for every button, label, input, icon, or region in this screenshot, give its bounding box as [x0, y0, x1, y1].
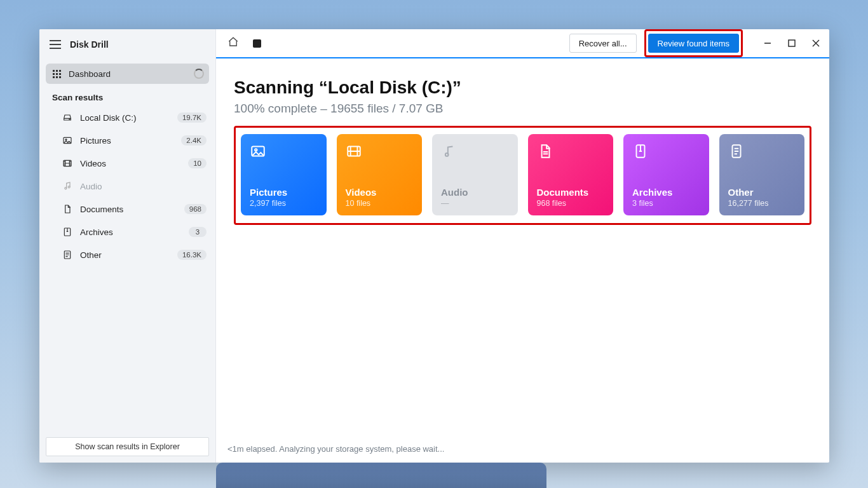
- card-audio[interactable]: Audio—: [432, 134, 518, 215]
- card-label: Videos: [346, 187, 414, 198]
- sidebar-item-pictures[interactable]: Pictures2.4K: [46, 129, 209, 152]
- page-subtitle: 100% complete – 19655 files / 7.07 GB: [234, 102, 811, 116]
- card-subtitle: 968 files: [537, 199, 605, 208]
- video-icon: [62, 158, 72, 168]
- other-icon: [728, 143, 745, 159]
- sidebar: Disk Drill Dashboard Scan results Local …: [39, 29, 216, 463]
- sidebar-item-label: Documents: [80, 205, 123, 214]
- main-panel: Recover all... Review found items Scanni…: [216, 29, 829, 463]
- sidebar-item-label: Audio: [80, 182, 102, 191]
- sidebar-item-other[interactable]: Other16.3K: [46, 243, 209, 266]
- review-found-items-button[interactable]: Review found items: [648, 34, 739, 53]
- sidebar-item-label: Local Disk (C:): [80, 113, 137, 123]
- section-title: Scan results: [39, 84, 215, 106]
- disk-icon: [62, 112, 72, 123]
- sidebar-item-label: Other: [80, 250, 102, 260]
- window-controls: [762, 37, 822, 49]
- count-badge: 19.7K: [177, 112, 207, 123]
- svg-point-5: [68, 186, 70, 188]
- maximize-icon[interactable]: [786, 37, 797, 49]
- card-subtitle: 2,397 files: [250, 199, 318, 208]
- svg-point-10: [255, 149, 257, 151]
- nav-section: Dashboard: [39, 60, 215, 84]
- card-documents[interactable]: Documents968 files: [528, 134, 614, 215]
- archive-icon: [62, 227, 72, 237]
- card-subtitle: 3 files: [632, 199, 700, 208]
- loading-spinner-icon: [194, 69, 204, 79]
- svg-point-2: [65, 139, 67, 140]
- content: Scanning “Local Disk (C:)” 100% complete…: [216, 58, 829, 225]
- home-icon[interactable]: [227, 36, 239, 50]
- count-badge: 3: [189, 227, 207, 237]
- sidebar-item-label: Videos: [80, 159, 106, 168]
- count-badge: 968: [184, 204, 207, 214]
- sidebar-item-videos[interactable]: Videos10: [46, 152, 209, 175]
- taskbar-hint: [216, 463, 546, 488]
- other-icon: [62, 250, 72, 260]
- topbar-left: [227, 36, 261, 50]
- doc-icon: [537, 143, 553, 159]
- dashboard-icon: [52, 69, 61, 78]
- card-archives[interactable]: Archives3 files: [623, 134, 709, 215]
- sidebar-footer: Show scan results in Explorer: [39, 431, 215, 463]
- archive-icon: [632, 143, 649, 159]
- recover-all-button[interactable]: Recover all...: [569, 34, 637, 53]
- app-title: Disk Drill: [70, 39, 109, 50]
- card-videos[interactable]: Videos10 files: [337, 134, 423, 215]
- sidebar-item-label: Pictures: [80, 136, 111, 146]
- count-badge: 2.4K: [181, 135, 207, 146]
- card-label: Archives: [632, 187, 700, 198]
- image-icon: [62, 135, 72, 146]
- audio-icon: [441, 143, 458, 159]
- stop-icon[interactable]: [253, 39, 261, 48]
- doc-icon: [62, 204, 72, 214]
- card-pictures[interactable]: Pictures2,397 files: [241, 134, 327, 215]
- card-other[interactable]: Other16,277 files: [719, 134, 805, 215]
- card-label: Other: [728, 187, 796, 198]
- menu-icon[interactable]: [50, 40, 61, 49]
- sidebar-header: Disk Drill: [39, 29, 215, 60]
- image-icon: [250, 143, 266, 159]
- svg-rect-8: [789, 40, 795, 46]
- card-label: Pictures: [250, 187, 318, 198]
- show-in-explorer-button[interactable]: Show scan results in Explorer: [46, 437, 209, 456]
- sidebar-item-documents[interactable]: Documents968: [46, 198, 209, 220]
- close-icon[interactable]: [810, 37, 822, 49]
- app-window: Disk Drill Dashboard Scan results Local …: [39, 29, 829, 463]
- minimize-icon[interactable]: [762, 37, 773, 49]
- highlight-review-button: Review found items: [644, 29, 743, 57]
- card-subtitle: 10 files: [346, 199, 414, 208]
- sidebar-item-audio[interactable]: Audio: [46, 175, 209, 198]
- count-badge: 16.3K: [177, 250, 207, 260]
- count-badge: 10: [188, 158, 207, 168]
- scan-results-list: Local Disk (C:)19.7KPictures2.4KVideos10…: [39, 106, 215, 266]
- svg-point-4: [65, 187, 67, 189]
- card-label: Documents: [537, 187, 605, 198]
- sidebar-item-dashboard[interactable]: Dashboard: [46, 64, 209, 84]
- sidebar-item-local-disk-c-[interactable]: Local Disk (C:)19.7K: [46, 106, 209, 129]
- card-subtitle: 16,277 files: [728, 199, 796, 208]
- category-cards-highlight: Pictures2,397 filesVideos10 filesAudio—D…: [234, 126, 811, 225]
- card-label: Audio: [441, 187, 509, 198]
- card-subtitle: —: [441, 199, 509, 208]
- audio-icon: [62, 181, 72, 191]
- sidebar-item-archives[interactable]: Archives3: [46, 220, 209, 243]
- topbar: Recover all... Review found items: [216, 29, 829, 58]
- sidebar-item-label: Archives: [80, 227, 113, 237]
- svg-point-0: [69, 119, 70, 119]
- status-bar: <1m elapsed. Analyzing your storage syst…: [216, 435, 829, 463]
- page-title: Scanning “Local Disk (C:)”: [234, 78, 811, 98]
- sidebar-item-label: Dashboard: [69, 69, 111, 79]
- topbar-right: Recover all... Review found items: [569, 29, 822, 57]
- video-icon: [346, 143, 362, 159]
- svg-point-12: [445, 153, 449, 156]
